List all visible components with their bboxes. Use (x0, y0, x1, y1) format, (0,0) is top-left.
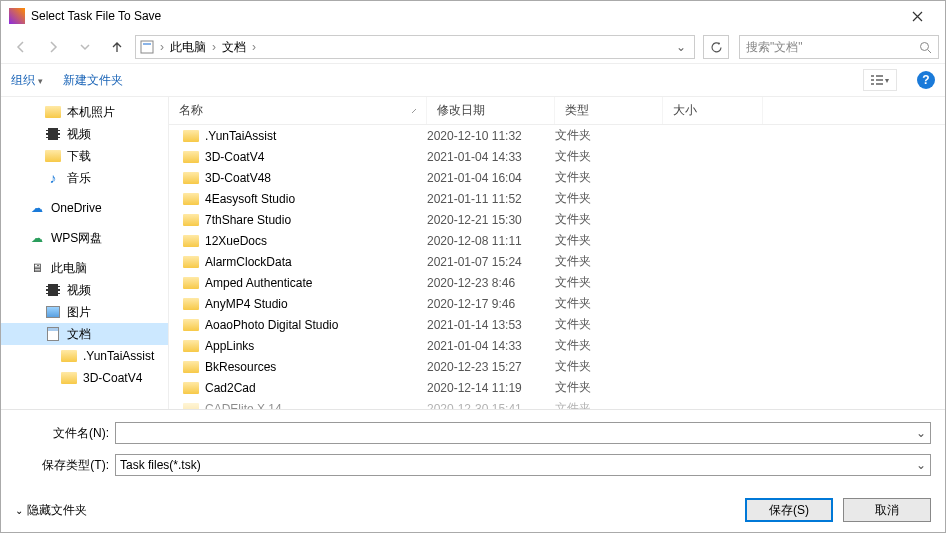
column-type[interactable]: 类型 (555, 97, 663, 124)
file-name: AnyMP4 Studio (205, 297, 288, 311)
new-folder-button[interactable]: 新建文件夹 (63, 72, 123, 89)
file-type: 文件夹 (555, 379, 663, 396)
folder-icon (183, 298, 199, 310)
file-date: 2021-01-04 14:33 (427, 150, 555, 164)
sort-indicator-icon (398, 106, 416, 116)
file-date: 2020-12-14 11:19 (427, 381, 555, 395)
filetype-select[interactable]: Task files(*.tsk) (115, 454, 931, 476)
file-name: .YunTaiAssist (205, 129, 276, 143)
view-mode-button[interactable]: ▾ (863, 69, 897, 91)
chevron-right-icon: › (160, 40, 164, 54)
footer: ⌄隐藏文件夹 保存(S) 取消 (1, 492, 945, 532)
tree-item-label: 文档 (67, 326, 91, 343)
file-type: 文件夹 (555, 337, 663, 354)
tree-item-label: .YunTaiAssist (83, 349, 154, 363)
file-name: 3D-CoatV4 (205, 150, 264, 164)
tree-item[interactable]: 文档 (1, 323, 168, 345)
table-row[interactable]: .YunTaiAssist2020-12-10 11:32文件夹 (169, 125, 945, 146)
svg-rect-4 (871, 79, 874, 81)
breadcrumb-item[interactable]: 此电脑 (170, 39, 206, 56)
svg-rect-3 (871, 75, 874, 77)
save-button[interactable]: 保存(S) (745, 498, 833, 522)
tree-item[interactable]: 本机照片 (1, 101, 168, 123)
table-row[interactable]: AlarmClockData2021-01-07 15:24文件夹 (169, 251, 945, 272)
table-row[interactable]: Amped Authenticate2020-12-23 8:46文件夹 (169, 272, 945, 293)
file-name: Amped Authenticate (205, 276, 312, 290)
table-row[interactable]: CADElite X 142020-12-30 15:41文件夹 (169, 398, 945, 409)
table-row[interactable]: 4Easysoft Studio2021-01-11 11:52文件夹 (169, 188, 945, 209)
filename-input[interactable] (115, 422, 931, 444)
table-row[interactable]: AoaoPhoto Digital Studio2021-01-14 13:53… (169, 314, 945, 335)
tree-item-label: 此电脑 (51, 260, 87, 277)
forward-button[interactable] (39, 35, 67, 59)
body: 本机照片视频下载♪音乐☁OneDrive☁WPS网盘🖥此电脑视频图片文档.Yun… (1, 97, 945, 409)
address-dropdown[interactable]: ⌄ (672, 40, 690, 54)
window-title: Select Task File To Save (31, 9, 897, 23)
file-date: 2020-12-21 15:30 (427, 213, 555, 227)
table-row[interactable]: AppLinks2021-01-04 14:33文件夹 (169, 335, 945, 356)
table-row[interactable]: 12XueDocs2020-12-08 11:11文件夹 (169, 230, 945, 251)
list-header: 名称 修改日期 类型 大小 (169, 97, 945, 125)
table-row[interactable]: Cad2Cad2020-12-14 11:19文件夹 (169, 377, 945, 398)
folder-icon (183, 277, 199, 289)
chevron-down-icon: ⌄ (15, 505, 23, 516)
arrow-right-icon (46, 40, 60, 54)
help-button[interactable]: ? (917, 71, 935, 89)
folder-icon (183, 403, 199, 410)
file-date: 2021-01-11 11:52 (427, 192, 555, 206)
tree-item-label: 视频 (67, 126, 91, 143)
file-date: 2020-12-23 15:27 (427, 360, 555, 374)
hide-folders-toggle[interactable]: ⌄隐藏文件夹 (15, 502, 87, 519)
folder-tree[interactable]: 本机照片视频下载♪音乐☁OneDrive☁WPS网盘🖥此电脑视频图片文档.Yun… (1, 97, 169, 409)
recent-button[interactable] (71, 35, 99, 59)
back-button[interactable] (7, 35, 35, 59)
help-icon: ? (922, 73, 929, 87)
svg-rect-8 (876, 83, 883, 85)
column-name[interactable]: 名称 (169, 97, 427, 124)
file-date: 2021-01-14 13:53 (427, 318, 555, 332)
table-row[interactable]: 7thShare Studio2020-12-21 15:30文件夹 (169, 209, 945, 230)
column-date[interactable]: 修改日期 (427, 97, 555, 124)
location-icon (140, 40, 154, 54)
tree-item-label: 下载 (67, 148, 91, 165)
table-row[interactable]: BkResources2020-12-23 15:27文件夹 (169, 356, 945, 377)
table-row[interactable]: AnyMP4 Studio2020-12-17 9:46文件夹 (169, 293, 945, 314)
tree-item[interactable]: 图片 (1, 301, 168, 323)
file-list: 名称 修改日期 类型 大小 .YunTaiAssist2020-12-10 11… (169, 97, 945, 409)
tree-item[interactable]: ☁OneDrive (1, 197, 168, 219)
file-type: 文件夹 (555, 169, 663, 186)
cancel-button[interactable]: 取消 (843, 498, 931, 522)
arrow-up-icon (110, 40, 124, 54)
chevron-right-icon: › (252, 40, 256, 54)
address-bar[interactable]: › 此电脑 › 文档 › ⌄ (135, 35, 695, 59)
refresh-button[interactable] (703, 35, 729, 59)
file-type: 文件夹 (555, 148, 663, 165)
close-button[interactable] (897, 1, 937, 31)
file-name: Cad2Cad (205, 381, 256, 395)
tree-item[interactable]: 下载 (1, 145, 168, 167)
filetype-label: 保存类型(T): (15, 457, 115, 474)
tree-item[interactable]: .YunTaiAssist (1, 345, 168, 367)
tree-item[interactable]: 3D-CoatV4 (1, 367, 168, 389)
list-rows[interactable]: .YunTaiAssist2020-12-10 11:32文件夹3D-CoatV… (169, 125, 945, 409)
folder-icon (183, 256, 199, 268)
navbar: › 此电脑 › 文档 › ⌄ 搜索"文档" (1, 31, 945, 63)
file-name: AoaoPhoto Digital Studio (205, 318, 338, 332)
column-size[interactable]: 大小 (663, 97, 763, 124)
tree-item[interactable]: 视频 (1, 279, 168, 301)
tree-item-label: OneDrive (51, 201, 102, 215)
table-row[interactable]: 3D-CoatV42021-01-04 14:33文件夹 (169, 146, 945, 167)
tree-item[interactable]: 视频 (1, 123, 168, 145)
file-type: 文件夹 (555, 127, 663, 144)
organize-menu[interactable]: 组织 (11, 72, 43, 89)
search-input[interactable]: 搜索"文档" (739, 35, 939, 59)
up-button[interactable] (103, 35, 131, 59)
search-placeholder: 搜索"文档" (746, 39, 919, 56)
file-date: 2020-12-08 11:11 (427, 234, 555, 248)
tree-item[interactable]: 🖥此电脑 (1, 257, 168, 279)
file-date: 2020-12-30 15:41 (427, 402, 555, 410)
tree-item[interactable]: ☁WPS网盘 (1, 227, 168, 249)
table-row[interactable]: 3D-CoatV482021-01-04 16:04文件夹 (169, 167, 945, 188)
breadcrumb-item[interactable]: 文档 (222, 39, 246, 56)
tree-item[interactable]: ♪音乐 (1, 167, 168, 189)
